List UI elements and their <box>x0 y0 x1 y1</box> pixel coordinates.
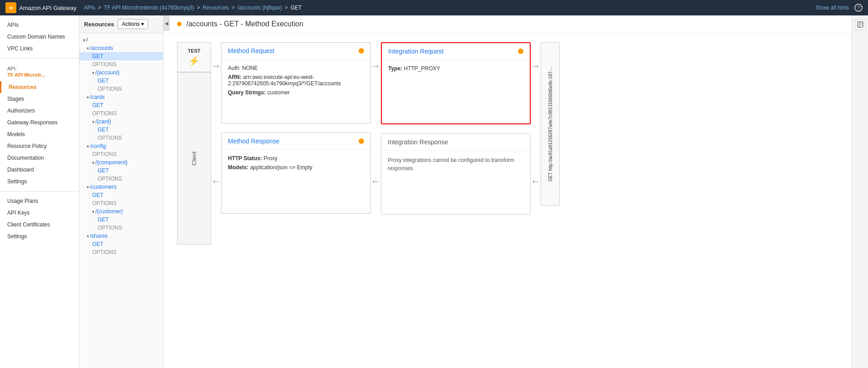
method-request-card: Method Request Auth: NONE ARN: arn:aws:e… <box>221 42 371 123</box>
tree-item-component-options[interactable]: OPTIONS <box>79 175 163 183</box>
chevron-icon: ▾ <box>83 38 85 43</box>
arrow-right-3: → <box>531 60 541 72</box>
notepad-icon[interactable] <box>855 19 866 30</box>
main-layout: APIs Custom Domain Names VPC Links API: … <box>0 15 868 368</box>
integration-response-header: Integration Response <box>381 134 530 151</box>
actions-label: Actions ▾ <box>122 21 144 27</box>
help-icon[interactable]: ? <box>854 4 863 12</box>
sidebar-divider-1 <box>0 58 79 59</box>
tree-item-account-options[interactable]: OPTIONS <box>79 85 163 93</box>
tree-item-config-options[interactable]: OPTIONS <box>79 150 163 158</box>
integration-request-title: Integration Request <box>388 48 444 55</box>
tree-item-customer-options[interactable]: OPTIONS <box>79 224 163 232</box>
arrows-col-2: → ← <box>371 42 381 206</box>
sidebar-divider-2 <box>0 191 79 191</box>
sidebar-item-models[interactable]: Models <box>0 128 79 140</box>
tree-item-card-get[interactable]: GET <box>79 126 163 134</box>
tree-item-accounts[interactable]: ▾ /accounts <box>79 44 163 52</box>
tree-item-cards-options[interactable]: OPTIONS <box>79 109 163 118</box>
sidebar-item-usage-plans[interactable]: Usage Plans <box>0 195 79 207</box>
sidebar-item-settings-1[interactable]: Settings <box>0 176 79 187</box>
chevron-icon: ▾ <box>87 144 89 149</box>
cards-left: Method Request Auth: NONE ARN: arn:aws:e… <box>221 42 371 214</box>
breadcrumb-api-name[interactable]: TF API Microfrontends (4s790kmyq3) <box>104 5 194 11</box>
integration-response-card: Integration Response Proxy integrations … <box>381 133 531 215</box>
tree-item-shares-options[interactable]: OPTIONS <box>79 248 163 256</box>
tree-item-customers-get[interactable]: GET <box>79 191 163 199</box>
arrow-left-2: ← <box>371 176 381 187</box>
sidebar-item-gateway-responses[interactable]: Gateway Responses <box>0 117 79 128</box>
arrow-right-2: → <box>371 60 381 72</box>
breadcrumb-resources[interactable]: Resources <box>203 5 229 11</box>
resource-panel-header: Resources Actions ▾ <box>79 15 163 33</box>
tree-item-customer[interactable]: ▾ /{customer} <box>79 207 163 216</box>
tree-item-root[interactable]: ▾ / <box>79 36 163 44</box>
arrow-right-1: → <box>211 60 221 72</box>
integration-response-note: Proxy integrations cannot be configured … <box>388 156 524 172</box>
sidebar-item-dashboard[interactable]: Dashboard <box>0 164 79 176</box>
tree-item-shares-get[interactable]: GET <box>79 240 163 248</box>
main-content: /accounts - GET - Method Execution TEST … <box>170 15 852 368</box>
sidebar-item-apis[interactable]: APIs <box>0 19 79 31</box>
client-label: Client <box>191 152 197 166</box>
tree-item-card-options[interactable]: OPTIONS <box>79 134 163 142</box>
sidebar-item-client-certificates[interactable]: Client Certificates <box>0 219 79 231</box>
breadcrumb-apis[interactable]: APIs <box>84 5 95 11</box>
integration-request-dot <box>518 49 523 54</box>
chevron-icon: ▾ <box>87 185 89 190</box>
chevron-icon: ▾ <box>87 234 89 239</box>
tree-item-customers-options[interactable]: OPTIONS <box>79 199 163 207</box>
tree-item-accounts-options[interactable]: OPTIONS <box>79 60 163 69</box>
integration-request-card: Integration Request Type: HTTP_PROXY <box>381 42 531 124</box>
tree-item-account[interactable]: ▾ /{account} <box>79 69 163 77</box>
actions-button[interactable]: Actions ▾ <box>118 19 148 29</box>
logo-icon: ⚙ <box>5 2 16 13</box>
breadcrumb: APIs > TF API Microfrontends (4s790kmyq3… <box>84 5 815 11</box>
sidebar-item-authorizers[interactable]: Authorizers <box>0 105 79 117</box>
arrow-left-1: ← <box>211 176 221 187</box>
test-column: TEST ⚡ Client <box>177 42 211 245</box>
client-box: Client <box>177 72 211 245</box>
tree-item-customers[interactable]: ▾ /customers <box>79 183 163 191</box>
show-hints-button[interactable]: Show all hints <box>815 5 849 11</box>
sidebar-item-stages[interactable]: Stages <box>0 93 79 105</box>
tree-item-config[interactable]: ▾ /config <box>79 142 163 150</box>
chevron-icon: ▾ <box>87 46 89 51</box>
sidebar-item-resource-policy[interactable]: Resource Policy <box>0 140 79 152</box>
sidebar-item-resources[interactable]: Resources <box>0 81 79 93</box>
sidebar-item-vpc-links[interactable]: VPC Links <box>0 43 79 54</box>
method-request-arn: ARN: arn:aws:execute-api:eu-west-2:29790… <box>228 74 364 87</box>
logo[interactable]: ⚙ Amazon API Gateway <box>5 2 76 13</box>
breadcrumb-get: GET <box>291 5 302 11</box>
sidebar-item-api-keys[interactable]: API Keys <box>0 207 79 219</box>
tree-item-cards-get[interactable]: GET <box>79 101 163 109</box>
top-nav: ⚙ Amazon API Gateway APIs > TF API Micro… <box>0 0 868 15</box>
svg-text:⚙: ⚙ <box>9 6 13 10</box>
arrows-col-1: → ← <box>211 42 221 206</box>
resource-panel: Resources Actions ▾ ▾ / ▾ /accounts GET … <box>79 15 163 368</box>
app-title: Amazon API Gateway <box>19 5 76 11</box>
sidebar-item-documentation[interactable]: Documentation <box>0 152 79 164</box>
tree-item-customer-get[interactable]: GET <box>79 216 163 224</box>
method-response-body: HTTP Status: Proxy Models: application/j… <box>222 150 370 213</box>
right-endpoint-panel: GET http://ac81a91256287a4e7c98131666fd6… <box>541 42 560 206</box>
tree-item-component[interactable]: ▾ /{component} <box>79 158 163 167</box>
integration-request-type: Type: HTTP_PROXY <box>388 65 523 72</box>
tree-item-accounts-get[interactable]: GET <box>79 52 163 60</box>
right-panel-url: GET http://ac81a91256287a4e7c98131666fd6… <box>548 63 553 185</box>
collapse-toggle[interactable]: ◀ <box>163 15 170 31</box>
method-request-title: Method Request <box>228 47 275 54</box>
sidebar-item-settings-2[interactable]: Settings <box>0 231 79 242</box>
api-value: TF API Microfr... <box>7 72 72 78</box>
breadcrumb-accounts[interactable]: /accounts (hj8qax) <box>237 5 282 11</box>
tree-item-component-get[interactable]: GET <box>79 167 163 175</box>
tree-item-account-get[interactable]: GET <box>79 77 163 85</box>
tree-item-cards[interactable]: ▾ /cards <box>79 93 163 101</box>
cards-right: Integration Request Type: HTTP_PROXY Int… <box>381 42 531 215</box>
sidebar-item-custom-domain-names[interactable]: Custom Domain Names <box>0 31 79 43</box>
tree-item-shares[interactable]: ▾ /shares <box>79 232 163 240</box>
integration-request-body: Type: HTTP_PROXY <box>382 60 530 123</box>
tree-item-card[interactable]: ▾ /{card} <box>79 118 163 126</box>
test-box[interactable]: TEST ⚡ <box>177 42 211 72</box>
chevron-icon: ▾ <box>92 160 94 165</box>
